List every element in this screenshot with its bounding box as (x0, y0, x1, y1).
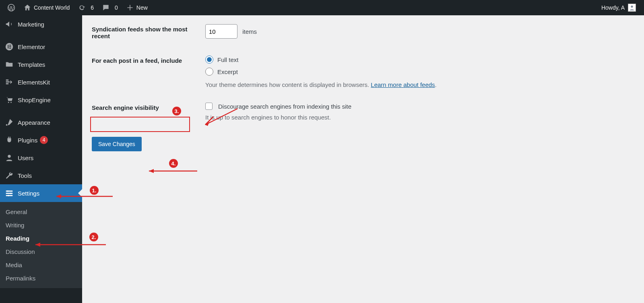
site-link[interactable]: Content World (19, 0, 74, 15)
learn-more-link[interactable]: Learn more about feeds (371, 81, 435, 88)
annotation-arrow-2 (31, 241, 112, 249)
syndication-input[interactable] (205, 24, 237, 39)
menu-label: Appearance (18, 119, 50, 126)
comments-count: 0 (115, 4, 118, 11)
new-label: New (136, 4, 148, 11)
menu-appearance[interactable]: Appearance (0, 113, 82, 131)
howdy-label: Howdy, A (601, 4, 625, 11)
svg-marker-28 (35, 243, 40, 247)
menu-plugins[interactable]: Plugins 4 (0, 131, 82, 149)
feed-description: Your theme determines how content is dis… (205, 81, 634, 88)
svg-rect-14 (6, 191, 13, 192)
menu-templates[interactable]: Templates (0, 56, 82, 73)
folder-icon (5, 60, 14, 69)
svg-rect-8 (6, 81, 10, 82)
submenu-permalinks[interactable]: Permalinks (0, 272, 82, 285)
menu-users[interactable]: Users (0, 149, 82, 167)
sliders-icon (5, 189, 14, 198)
sev-checkbox-row[interactable]: Discourage search engines from indexing … (205, 103, 634, 110)
submenu-media[interactable]: Media (0, 258, 82, 272)
svg-point-1 (631, 6, 633, 8)
menu-elementor[interactable]: Elementor (0, 38, 82, 56)
menu-label: Elementor (18, 43, 45, 50)
site-name: Content World (34, 4, 70, 11)
plugins-badge: 4 (40, 136, 48, 144)
menu-shopengine[interactable]: ShopEngine (0, 91, 82, 109)
submenu-writing[interactable]: Writing (0, 218, 82, 232)
menu-marketing[interactable]: Marketing (0, 15, 82, 33)
menu-label: Plugins (18, 137, 37, 144)
menu-label: Users (18, 155, 33, 161)
updates-link[interactable]: 6 (74, 0, 98, 15)
wrench-icon (5, 171, 14, 180)
svg-marker-26 (56, 194, 61, 198)
radio-full-text-label: Full text (217, 56, 239, 63)
annotation-badge-3: 3. (172, 107, 181, 115)
annotation-box-sev (90, 117, 190, 132)
annotation-badge-4: 4. (169, 159, 178, 168)
annotation-arrow-4 (145, 167, 201, 175)
wordpress-logo[interactable] (3, 0, 19, 15)
syndication-suffix: items (242, 28, 257, 35)
admin-sidebar: Marketing Elementor Templates ElementsKi… (0, 15, 82, 303)
radio-excerpt-input[interactable] (205, 68, 213, 76)
user-icon (5, 153, 14, 162)
admin-bar: Content World 6 0 New Howdy, A (0, 0, 644, 15)
svg-line-20 (205, 109, 237, 125)
svg-line-21 (205, 117, 213, 125)
new-content-link[interactable]: New (122, 0, 152, 15)
update-icon (78, 4, 86, 12)
menu-label: Marketing (18, 21, 44, 28)
cart-icon (5, 95, 14, 104)
svg-rect-15 (6, 193, 13, 194)
row-feed-include: For each post in a feed, include Full te… (92, 56, 634, 88)
radio-excerpt-label: Excerpt (217, 68, 238, 75)
content-area: Syndication feeds show the most recent i… (82, 15, 644, 303)
svg-point-12 (6, 124, 8, 126)
plug-icon (5, 136, 14, 144)
brush-icon (5, 118, 14, 127)
menu-label: Tools (18, 172, 32, 179)
plus-icon (126, 4, 134, 12)
radio-full-text-input[interactable] (205, 56, 213, 64)
svg-rect-6 (9, 48, 11, 49)
menu-elementskit[interactable]: ElementsKit (0, 73, 82, 91)
comment-icon (102, 4, 110, 12)
svg-rect-4 (9, 45, 11, 45)
elementskit-icon (5, 78, 14, 87)
avatar (628, 4, 636, 12)
menu-label: ElementsKit (18, 79, 50, 86)
svg-point-10 (8, 102, 9, 103)
svg-point-18 (10, 193, 12, 194)
radio-excerpt[interactable]: Excerpt (205, 68, 634, 76)
menu-tools[interactable]: Tools (0, 167, 82, 184)
svg-rect-3 (8, 45, 8, 48)
home-icon (23, 4, 31, 12)
svg-rect-9 (6, 83, 8, 85)
comments-link[interactable]: 0 (98, 0, 122, 15)
annotation-badge-1: 1. (90, 186, 99, 195)
svg-rect-7 (6, 80, 8, 81)
annotation-arrow-3 (181, 107, 242, 131)
elementor-icon (5, 42, 14, 51)
sev-note: It is up to search engines to honor this… (205, 114, 634, 121)
menu-label: Settings (18, 190, 39, 197)
wordpress-icon (7, 4, 15, 12)
updates-count: 6 (91, 4, 94, 11)
megaphone-icon (5, 20, 14, 29)
svg-point-19 (8, 195, 9, 196)
annotation-arrow-1 (52, 192, 117, 200)
svg-point-17 (7, 190, 9, 192)
submenu-general[interactable]: General (0, 205, 82, 218)
svg-point-13 (8, 155, 10, 158)
menu-label: ShopEngine (18, 97, 51, 103)
syndication-label: Syndication feeds show the most recent (92, 24, 205, 39)
save-changes-button[interactable]: Save Changes (92, 137, 142, 151)
feed-include-label: For each post in a feed, include (92, 56, 205, 64)
annotation-badge-2: 2. (89, 233, 98, 241)
menu-label: Templates (18, 61, 45, 68)
svg-marker-24 (149, 169, 154, 173)
account-link[interactable]: Howdy, A (597, 0, 640, 15)
svg-rect-5 (9, 46, 11, 47)
radio-full-text[interactable]: Full text (205, 56, 634, 64)
